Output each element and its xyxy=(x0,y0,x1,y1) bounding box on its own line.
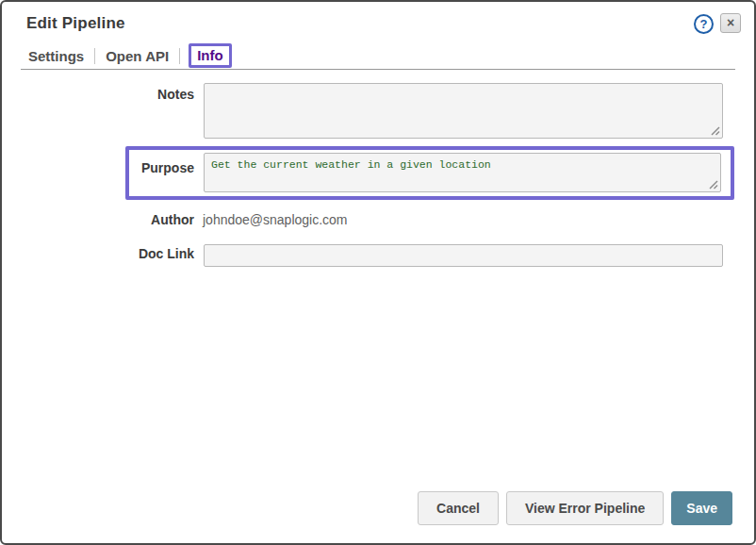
notes-field-wrap xyxy=(204,83,723,139)
notes-textarea[interactable] xyxy=(204,83,723,139)
notes-label: Notes xyxy=(2,87,194,102)
doc-link-input[interactable] xyxy=(204,244,723,267)
tab-divider xyxy=(21,69,735,70)
doc-link-label: Doc Link xyxy=(2,246,194,261)
tab-settings[interactable]: Settings xyxy=(28,48,84,64)
close-icon[interactable]: × xyxy=(720,13,741,33)
view-error-pipeline-button[interactable]: View Error Pipeline xyxy=(506,491,664,525)
tab-bar: Settings Open API Info xyxy=(28,47,230,64)
help-icon[interactable]: ? xyxy=(694,14,714,34)
tab-open-api[interactable]: Open API xyxy=(106,48,169,64)
tab-info[interactable]: Info xyxy=(189,43,232,68)
tab-separator xyxy=(179,48,180,64)
dialog-title: Edit Pipeline xyxy=(26,14,125,33)
save-button[interactable]: Save xyxy=(671,491,732,525)
edit-pipeline-dialog: Edit Pipeline ? × Settings Open API Info… xyxy=(0,0,756,545)
purpose-field-wrap: Get the current weather in a given locat… xyxy=(204,153,721,192)
author-value: johndoe@snaplogic.com xyxy=(203,212,348,227)
tab-separator xyxy=(94,48,95,64)
author-label: Author xyxy=(2,212,194,227)
purpose-textarea[interactable]: Get the current weather in a given locat… xyxy=(204,153,721,192)
footer-button-bar: Cancel View Error Pipeline Save xyxy=(418,491,732,525)
cancel-button[interactable]: Cancel xyxy=(418,491,499,525)
purpose-label: Purpose xyxy=(2,160,194,175)
